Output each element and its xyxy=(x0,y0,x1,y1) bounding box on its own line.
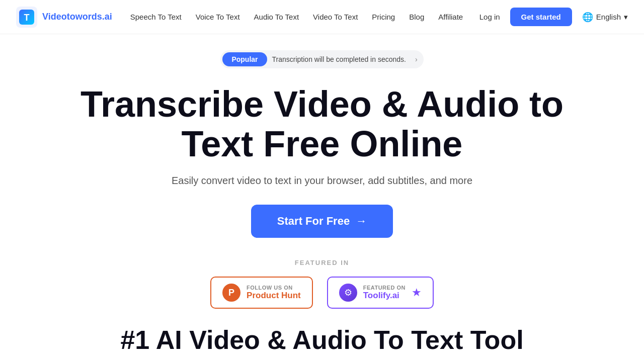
main-content: Popular Transcription will be completed … xyxy=(0,34,644,355)
product-hunt-icon: P xyxy=(222,284,240,302)
language-label: English xyxy=(596,13,621,21)
nav-right: Log in Get started 🌐 English ▾ xyxy=(479,8,628,26)
toolify-icon: ⚙ xyxy=(339,284,357,302)
nav-affiliate[interactable]: Affiliate xyxy=(438,13,463,21)
featured-label: FEATURED IN xyxy=(295,259,349,266)
ph-follow-text: FOLLOW US ON xyxy=(247,285,301,291)
featured-badges: P FOLLOW US ON Product Hunt ⚙ FEATURED O… xyxy=(210,277,434,309)
logo-icon: T xyxy=(16,7,37,28)
star-icon: ★ xyxy=(412,286,422,299)
logo[interactable]: T Videotowords.ai xyxy=(16,7,112,28)
chevron-down-icon: ▾ xyxy=(624,13,628,22)
language-selector[interactable]: 🌐 English ▾ xyxy=(582,12,628,23)
start-for-free-label: Start For Free xyxy=(277,215,350,228)
toolify-name: Toolify.ai xyxy=(363,291,406,301)
nav-pricing[interactable]: Pricing xyxy=(372,13,395,21)
nav-video-to-text[interactable]: Video To Text xyxy=(313,13,358,21)
popular-badge: Popular xyxy=(222,52,267,66)
hero-title: Transcribe Video & Audio to Text Free On… xyxy=(45,84,599,164)
chevron-right-icon: › xyxy=(415,55,422,63)
toolify-featured-text: FEATURED ON xyxy=(363,285,406,291)
logo-text: Videotowords.ai xyxy=(42,12,112,22)
svg-text:T: T xyxy=(24,13,30,23)
navbar: T Videotowords.ai Speech To Text Voice T… xyxy=(0,0,644,34)
hero-subtitle: Easily convert video to text in your bro… xyxy=(172,175,472,187)
product-hunt-text: FOLLOW US ON Product Hunt xyxy=(247,285,301,301)
nav-speech-to-text[interactable]: Speech To Text xyxy=(130,13,182,21)
nav-voice-to-text[interactable]: Voice To Text xyxy=(196,13,240,21)
product-hunt-badge[interactable]: P FOLLOW US ON Product Hunt xyxy=(210,277,313,309)
popular-banner[interactable]: Popular Transcription will be completed … xyxy=(220,50,423,68)
bottom-title: #1 AI Video & Audio To Text Tool xyxy=(120,325,523,355)
start-for-free-button[interactable]: Start For Free → xyxy=(251,205,393,238)
toolify-text: FEATURED ON Toolify.ai xyxy=(363,285,406,301)
nav-links: Speech To Text Voice To Text Audio To Te… xyxy=(130,13,479,21)
login-link[interactable]: Log in xyxy=(479,13,500,21)
ph-name: Product Hunt xyxy=(247,291,301,301)
get-started-button[interactable]: Get started xyxy=(510,8,572,26)
nav-audio-to-text[interactable]: Audio To Text xyxy=(254,13,299,21)
banner-text: Transcription will be completed in secon… xyxy=(272,55,410,63)
arrow-right-icon: → xyxy=(356,215,367,228)
globe-icon: 🌐 xyxy=(582,12,593,23)
toolify-badge[interactable]: ⚙ FEATURED ON Toolify.ai ★ xyxy=(327,277,434,309)
nav-blog[interactable]: Blog xyxy=(409,13,424,21)
